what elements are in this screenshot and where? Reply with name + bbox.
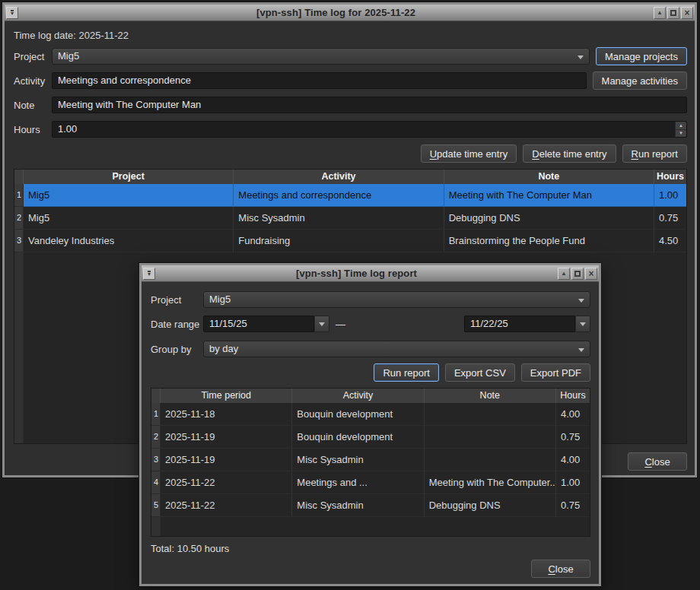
dialog-close-button[interactable]: Close xyxy=(531,560,590,578)
cell-note: Debugging DNS xyxy=(444,207,654,230)
cell-hours: 0.75 xyxy=(556,426,590,449)
spin-up-button[interactable]: ▲ xyxy=(676,122,686,130)
group-by-label: Group by xyxy=(151,344,203,355)
cell-time-period: 2025-11-22 xyxy=(161,494,292,517)
project-combobox[interactable]: Mig5 xyxy=(52,48,590,65)
window-menu-icon: ▾ xyxy=(148,271,151,277)
maximize-icon xyxy=(670,10,676,16)
export-csv-button[interactable]: Export CSV xyxy=(445,363,515,382)
window-menu-button[interactable]: ▾ xyxy=(143,268,155,280)
delete-time-entry-button[interactable]: Delete time entry xyxy=(523,144,616,163)
total-hours-label: Total: 10.50 hours xyxy=(151,543,590,554)
cell-note xyxy=(425,403,556,426)
chevron-down-icon xyxy=(578,56,584,59)
date-to-value[interactable]: 11/22/25 xyxy=(464,316,575,332)
manage-projects-button[interactable]: Manage projects xyxy=(596,47,687,65)
chevron-down-icon xyxy=(578,348,584,352)
table-header-row: Project Activity Note Hours xyxy=(14,170,686,184)
cell-activity: Bouquin development xyxy=(292,403,424,426)
shade-button[interactable]: ▴ xyxy=(558,268,570,280)
main-titlebar[interactable]: ▾ [vpn-ssh] Time log for 2025-11-22 ▴ × xyxy=(5,5,695,21)
window-close-button[interactable]: × xyxy=(681,7,693,19)
dialog-titlebar[interactable]: ▾ [vpn-ssh] Time log report ▴ × xyxy=(142,265,599,282)
cell-activity: Meetings and correspondence xyxy=(234,184,444,207)
table-row[interactable]: 3 Vandeley Industries Fundraising Brains… xyxy=(14,230,686,252)
activity-input[interactable]: Meetings and correspondence xyxy=(52,72,587,89)
date-to-dropdown-button[interactable] xyxy=(575,316,590,332)
window-close-button[interactable]: × xyxy=(585,268,597,280)
cell-time-period: 2025-11-19 xyxy=(161,426,292,449)
chevron-down-icon xyxy=(580,322,586,326)
cell-hours: 4.00 xyxy=(556,403,590,426)
mnemonic: C xyxy=(644,456,651,468)
spin-down-button[interactable]: ▼ xyxy=(676,130,686,138)
mnemonic: D xyxy=(532,148,539,160)
column-header-activity[interactable]: Activity xyxy=(234,170,444,184)
cell-note: Debugging DNS xyxy=(425,494,556,517)
column-header-note[interactable]: Note xyxy=(425,389,556,403)
report-project-combobox[interactable]: Mig5 xyxy=(203,291,590,308)
column-header-note[interactable]: Note xyxy=(444,170,654,184)
column-header-time-period[interactable]: Time period xyxy=(161,389,292,403)
cell-activity: Meetings and ... xyxy=(292,471,424,494)
gutter-header xyxy=(14,170,24,184)
row-number: 2 xyxy=(151,426,161,449)
column-header-activity[interactable]: Activity xyxy=(292,389,424,403)
report-dialog: ▾ [vpn-ssh] Time log report ▴ × Project … xyxy=(139,263,601,586)
date-from-dropdown-button[interactable] xyxy=(314,316,329,332)
cell-note xyxy=(425,426,556,449)
column-header-hours[interactable]: Hours xyxy=(654,170,686,184)
project-label: Project xyxy=(151,294,203,306)
row-number: 2 xyxy=(14,207,24,230)
shade-button[interactable]: ▴ xyxy=(654,7,666,19)
column-header-hours[interactable]: Hours xyxy=(556,389,590,403)
main-close-button[interactable]: Close xyxy=(628,452,687,471)
date-to-picker[interactable]: 11/22/25 xyxy=(464,316,590,332)
update-time-entry-button[interactable]: Update time entry xyxy=(421,144,517,163)
button-label: pdate time entry xyxy=(437,148,508,160)
column-header-project[interactable]: Project xyxy=(24,170,234,184)
dialog-run-report-button[interactable]: Run report xyxy=(374,363,438,382)
group-by-combobox[interactable]: by day xyxy=(203,341,590,357)
maximize-button[interactable] xyxy=(571,268,584,280)
note-input[interactable]: Meeting with The Computer Man xyxy=(52,97,687,113)
row-number: 5 xyxy=(151,494,161,517)
date-from-value[interactable]: 11/15/25 xyxy=(203,316,314,332)
cell-project: Mig5 xyxy=(24,207,234,230)
table-row[interactable]: 1 2025-11-18 Bouquin development 4.00 xyxy=(151,403,590,426)
table-row[interactable]: 1 Mig5 Meetings and correspondence Meeti… xyxy=(14,184,686,207)
maximize-button[interactable] xyxy=(667,7,679,19)
hours-spinbox[interactable]: 1.00 ▲ ▼ xyxy=(52,121,687,138)
hours-value: 1.00 xyxy=(52,122,675,137)
window-menu-button[interactable]: ▾ xyxy=(6,7,18,19)
mnemonic: R xyxy=(632,148,638,160)
dialog-title: [vpn-ssh] Time log report xyxy=(157,268,556,279)
date-from-picker[interactable]: 11/15/25 xyxy=(203,316,329,332)
hours-label: Hours xyxy=(14,124,52,135)
cell-hours: 4.00 xyxy=(556,449,590,471)
shade-icon: ▴ xyxy=(562,270,566,277)
mnemonic: U xyxy=(430,148,437,160)
run-report-button[interactable]: Run report xyxy=(622,144,687,163)
activity-label: Activity xyxy=(14,75,52,87)
button-label: un report xyxy=(638,148,678,160)
table-empty-area xyxy=(151,517,590,536)
table-row[interactable]: 5 2025-11-22 Misc Sysadmin Debugging DNS… xyxy=(151,494,590,517)
cell-project: Mig5 xyxy=(24,184,234,207)
cell-activity: Fundraising xyxy=(234,230,444,252)
cell-note: Brainstorming the People Fund xyxy=(444,230,654,252)
export-pdf-button[interactable]: Export PDF xyxy=(521,363,590,382)
chevron-down-icon xyxy=(319,322,325,326)
manage-activities-button[interactable]: Manage activities xyxy=(593,71,687,90)
report-table: Time period Activity Note Hours 1 2025-1… xyxy=(151,388,590,537)
table-row[interactable]: 3 2025-11-19 Misc Sysadmin 4.00 xyxy=(151,449,590,471)
time-log-date-label: Time log date: 2025-11-22 xyxy=(14,30,687,42)
date-range-label: Date range xyxy=(151,319,203,330)
project-value: Mig5 xyxy=(209,293,231,305)
table-row[interactable]: 2 Mig5 Misc Sysadmin Debugging DNS 0.75 xyxy=(14,207,686,230)
table-row[interactable]: 4 2025-11-22 Meetings and ... Meeting wi… xyxy=(151,471,590,494)
close-icon: × xyxy=(684,8,689,17)
cell-activity: Bouquin development xyxy=(292,426,424,449)
table-row[interactable]: 2 2025-11-19 Bouquin development 0.75 xyxy=(151,426,590,449)
cell-hours: 0.75 xyxy=(556,494,590,517)
